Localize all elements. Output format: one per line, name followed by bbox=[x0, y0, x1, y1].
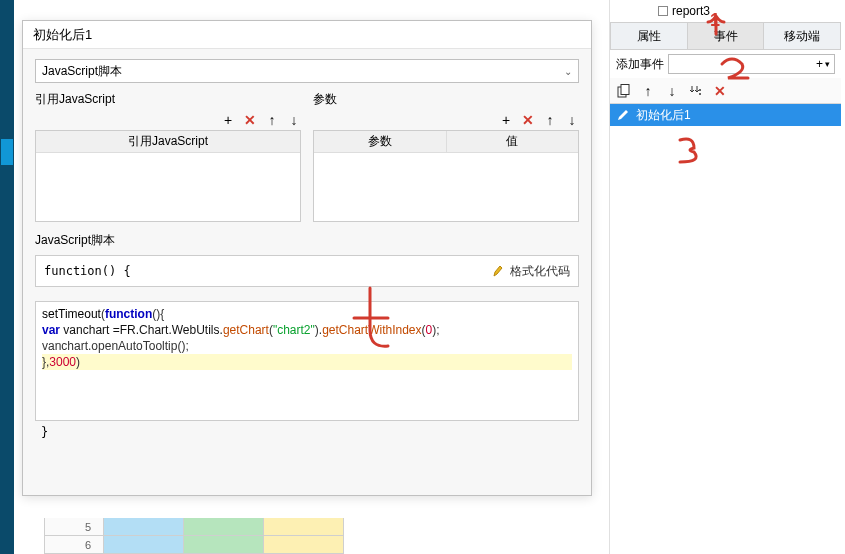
move-down-icon[interactable]: ↓ bbox=[664, 83, 680, 99]
svg-rect-1 bbox=[621, 84, 629, 94]
script-section-label: JavaScript脚本 bbox=[35, 232, 579, 249]
chevron-down-icon: ⌄ bbox=[564, 66, 572, 77]
svg-point-2 bbox=[699, 93, 701, 95]
tab-mobile[interactable]: 移动端 bbox=[764, 23, 840, 49]
sheet-cell[interactable] bbox=[104, 518, 184, 536]
format-code-button[interactable]: 格式化代码 bbox=[492, 263, 570, 280]
down-icon[interactable]: ↓ bbox=[287, 112, 301, 128]
sheet-area: 5 6 bbox=[44, 518, 344, 554]
event-list-item[interactable]: 初始化后1 bbox=[610, 104, 841, 126]
move-up-icon[interactable]: ↑ bbox=[640, 83, 656, 99]
event-toolbar: ↑ ↓ ✕ bbox=[610, 78, 841, 104]
brush-icon bbox=[492, 264, 506, 278]
copy-icon[interactable] bbox=[616, 83, 632, 99]
add-event-label: 添加事件 bbox=[616, 56, 664, 73]
svg-point-3 bbox=[699, 89, 701, 91]
function-open-label: function() { bbox=[44, 264, 131, 278]
sheet-cell[interactable] bbox=[264, 536, 344, 554]
right-section-header: 参数 bbox=[313, 89, 579, 110]
tab-events[interactable]: 事件 bbox=[688, 23, 765, 49]
remove-icon[interactable]: ✕ bbox=[521, 112, 535, 128]
function-close-brace: } bbox=[35, 421, 579, 443]
add-icon[interactable]: + bbox=[221, 112, 235, 128]
format-code-label: 格式化代码 bbox=[510, 263, 570, 280]
grid-col-jsref: 引用JavaScript bbox=[36, 131, 300, 152]
row-number[interactable]: 6 bbox=[44, 536, 104, 554]
left-section-header: 引用JavaScript bbox=[35, 89, 301, 110]
js-ref-grid[interactable]: 引用JavaScript bbox=[35, 130, 301, 222]
sheet-cell[interactable] bbox=[104, 536, 184, 554]
right-tabs: 属性 事件 移动端 bbox=[610, 22, 841, 50]
dialog-title: 初始化后1 bbox=[23, 21, 591, 49]
event-item-label: 初始化后1 bbox=[636, 107, 691, 124]
down-icon[interactable]: ↓ bbox=[565, 112, 579, 128]
remove-icon[interactable]: ✕ bbox=[243, 112, 257, 128]
sheet-cell[interactable] bbox=[184, 536, 264, 554]
pencil-icon bbox=[616, 108, 630, 122]
tree-item-label: report3 bbox=[672, 4, 710, 18]
up-icon[interactable]: ↑ bbox=[543, 112, 557, 128]
move-bottom-icon[interactable] bbox=[688, 83, 704, 99]
right-panel: report3 属性 事件 移动端 添加事件 + ▾ ↑ ↓ ✕ 初始化后1 bbox=[609, 0, 841, 554]
add-icon[interactable]: + bbox=[499, 112, 513, 128]
sheet-cell[interactable] bbox=[184, 518, 264, 536]
param-grid[interactable]: 参数 值 bbox=[313, 130, 579, 222]
tree-item[interactable]: report3 bbox=[610, 0, 841, 22]
event-dialog: 初始化后1 JavaScript脚本 ⌄ 引用JavaScript + ✕ ↑ … bbox=[22, 20, 592, 496]
chevron-down-icon: ▾ bbox=[825, 59, 830, 69]
up-icon[interactable]: ↑ bbox=[265, 112, 279, 128]
tab-attributes[interactable]: 属性 bbox=[611, 23, 688, 49]
script-type-combo[interactable]: JavaScript脚本 ⌄ bbox=[35, 59, 579, 83]
report-icon bbox=[658, 6, 668, 16]
add-event-dropdown[interactable]: + ▾ bbox=[668, 54, 835, 74]
plus-icon: + bbox=[816, 57, 823, 71]
row-number[interactable]: 5 bbox=[44, 518, 104, 536]
script-type-value: JavaScript脚本 bbox=[42, 63, 122, 80]
code-editor[interactable]: setTimeout(function(){ var vanchart =FR.… bbox=[35, 301, 579, 421]
delete-icon[interactable]: ✕ bbox=[712, 83, 728, 99]
grid-col-param: 参数 bbox=[314, 131, 447, 152]
grid-col-value: 值 bbox=[447, 131, 579, 152]
sheet-cell[interactable] bbox=[264, 518, 344, 536]
